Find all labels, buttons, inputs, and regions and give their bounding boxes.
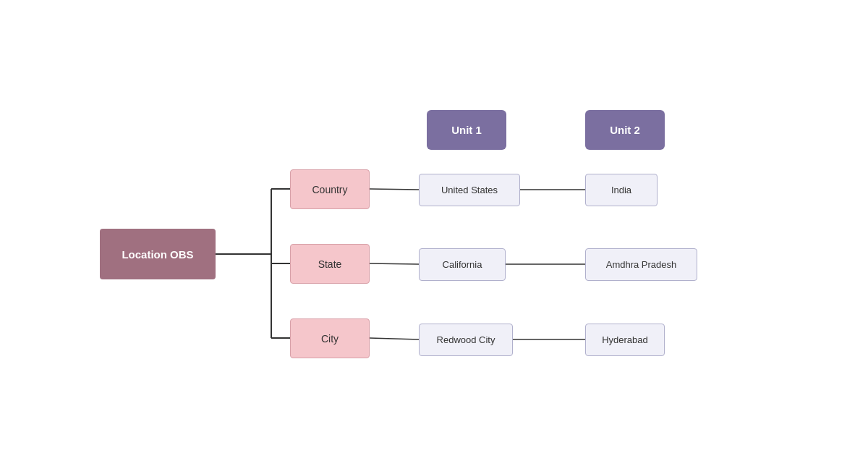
city-node: City xyxy=(290,318,370,358)
california-node: California xyxy=(419,248,506,281)
us-node: United States xyxy=(419,174,520,206)
svg-line-7 xyxy=(370,263,419,264)
andhra-label: Amdhra Pradesh xyxy=(606,259,677,270)
india-label: India xyxy=(611,185,631,195)
hyderabad-label: Hyderabad xyxy=(602,334,648,345)
unit1-label: Unit 1 xyxy=(451,124,482,136)
india-node: India xyxy=(585,174,658,206)
unit2-label: Unit 2 xyxy=(610,124,640,136)
hyderabad-node: Hyderabad xyxy=(585,324,665,356)
california-label: California xyxy=(443,259,482,270)
diagram-container: Location OBS Unit 1 Unit 2 Country State… xyxy=(0,0,868,456)
unit1-node: Unit 1 xyxy=(427,110,506,150)
redwood-node: Redwood City xyxy=(419,324,513,356)
country-node: Country xyxy=(290,169,370,209)
svg-line-5 xyxy=(370,189,419,190)
connector-layer xyxy=(0,0,868,456)
unit2-node: Unit 2 xyxy=(585,110,665,150)
us-label: United States xyxy=(441,185,498,195)
svg-line-9 xyxy=(370,338,419,339)
redwood-label: Redwood City xyxy=(437,334,495,345)
state-label: State xyxy=(318,258,342,270)
country-label: Country xyxy=(312,184,347,195)
state-node: State xyxy=(290,244,370,284)
city-label: City xyxy=(321,333,339,345)
location-obs-node: Location OBS xyxy=(100,229,216,279)
location-obs-label: Location OBS xyxy=(122,248,193,261)
andhra-node: Amdhra Pradesh xyxy=(585,248,697,281)
